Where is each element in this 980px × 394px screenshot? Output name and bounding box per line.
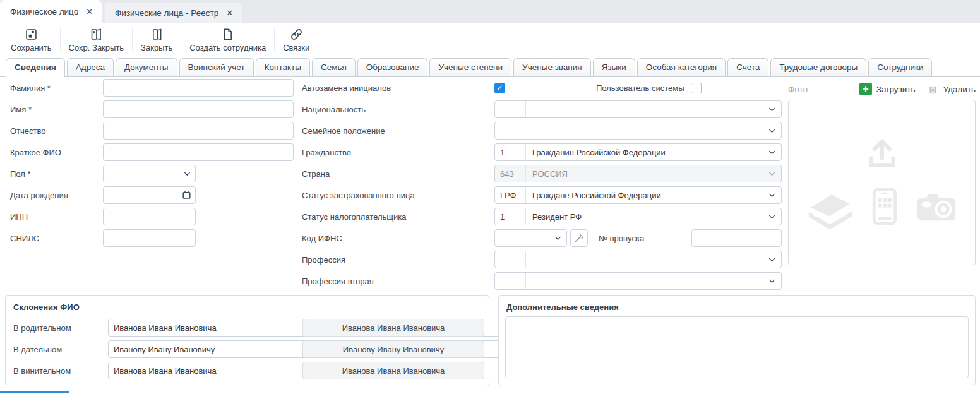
photo-delete-button[interactable]: Удалить — [928, 84, 976, 95]
citizenship-combo[interactable]: 1 Гражданин Российской Федерации — [494, 143, 782, 161]
chevron-down-icon[interactable] — [768, 127, 776, 135]
nationality-label: Национальность — [302, 105, 366, 114]
chevron-down-icon[interactable] — [768, 148, 776, 157]
pass-number-label: № пропуска — [599, 234, 644, 243]
nationality-combo[interactable] — [494, 100, 782, 118]
profession-combo[interactable] — [494, 251, 782, 268]
additional-info-title: Дополнительные сведения — [506, 302, 619, 312]
accusative-label: В винительном — [13, 366, 71, 376]
field-row-taxpayer-status: Статус налогоплательщика 1 Резидент РФ — [0, 208, 783, 225]
save-close-icon — [90, 28, 103, 41]
country-label: Страна — [302, 169, 330, 179]
citizenship-code[interactable]: 1 — [495, 144, 526, 160]
tab-svedeniya[interactable]: Сведения — [6, 58, 65, 77]
dative-suggestion-button[interactable]: Иванову Ивану Ивановичу — [302, 340, 484, 358]
insured-status-value: Граждане Российской Федерации — [526, 191, 781, 200]
window-tab-person[interactable]: Физическое лицо ✕ — [0, 0, 102, 23]
photo-dropzone[interactable] — [788, 100, 976, 265]
tab-sotrudniki[interactable]: Сотрудники — [868, 58, 932, 76]
field-row-nationality: Национальность — [0, 100, 783, 118]
system-user-checkbox[interactable] — [691, 83, 702, 93]
tab-adresa[interactable]: Адреса — [67, 58, 114, 76]
genitive-label: В родительном — [13, 323, 71, 333]
toolbar: Сохранить Сохр. Закрыть Закрыть — [0, 23, 980, 57]
insured-status-label: Статус застрахованного лица — [302, 191, 415, 200]
chevron-down-icon[interactable] — [768, 277, 776, 285]
ifns-autofill-button[interactable] — [570, 229, 588, 247]
upload-tray-icon — [864, 137, 900, 172]
tab-uchenye-zvaniya[interactable]: Ученые звания — [513, 58, 591, 76]
close-icon[interactable]: ✕ — [226, 9, 233, 17]
field-row-profession2: Профессия вторая — [0, 272, 783, 290]
marital-combo[interactable] — [494, 122, 782, 140]
auto-initials-label: Автозамена инициалов — [302, 83, 391, 93]
create-employee-button[interactable]: Создать сотрудника — [181, 24, 274, 56]
close-button[interactable]: Закрыть — [133, 24, 181, 56]
country-value: РОССИЯ — [526, 169, 781, 179]
chevron-down-icon[interactable] — [768, 191, 776, 200]
close-icon[interactable]: ✕ — [86, 8, 93, 16]
citizenship-value: Гражданин Российской Федерации — [526, 148, 781, 157]
nationality-code[interactable] — [495, 101, 526, 117]
tab-dokumenty[interactable]: Документы — [116, 58, 177, 76]
additional-info-textarea[interactable] — [505, 316, 969, 378]
tab-osobaya-kategoriya[interactable]: Особая категория — [637, 58, 726, 76]
field-row-marital: Семейное положение — [0, 122, 783, 140]
save-icon — [25, 28, 38, 41]
accusative-suggestion-button[interactable]: Иванова Ивана Ивановича — [302, 362, 484, 379]
save-button[interactable]: Сохранить — [3, 24, 60, 56]
profession2-combo[interactable] — [494, 272, 782, 290]
auto-initials-checkbox[interactable] — [494, 83, 505, 93]
new-document-icon — [221, 28, 234, 41]
window-tab-registry[interactable]: Физические лица - Реестр ✕ — [105, 3, 242, 23]
links-button-label: Связки — [283, 43, 309, 52]
save-close-button[interactable]: Сохр. Закрыть — [61, 24, 133, 56]
taxpayer-status-combo[interactable]: 1 Резидент РФ — [494, 208, 782, 225]
camera-icon — [908, 183, 965, 230]
page-tab-bar: Сведения Адреса Документы Воинский учет … — [0, 57, 980, 77]
checkbox-row: Автозамена инициалов Пользователь систем… — [0, 79, 783, 97]
profession-code[interactable] — [495, 251, 526, 268]
tab-yazyki[interactable]: Языки — [593, 58, 635, 76]
bottom-scroll-indicator[interactable] — [0, 391, 69, 393]
pass-number-input[interactable] — [691, 229, 782, 247]
save-close-button-label: Сохр. Закрыть — [69, 43, 124, 52]
profession2-label: Профессия вторая — [302, 277, 374, 286]
declensions-panel: Склонения ФИО В родительном Иванова Иван… — [5, 296, 489, 385]
close-door-icon — [150, 28, 164, 41]
ifns-select[interactable] — [494, 229, 567, 247]
field-row-country: Страна 643 РОССИЯ — [0, 165, 783, 182]
photo-upload-button[interactable]: + Загрузить — [859, 83, 916, 95]
insured-status-combo[interactable]: ГРФ Граждане Российской Федерации — [494, 186, 782, 204]
tab-voinskiy-uchet[interactable]: Воинский учет — [179, 58, 254, 76]
save-button-label: Сохранить — [11, 43, 52, 52]
declension-row-genitive: В родительном Иванова Ивана Ивановича — [6, 319, 489, 337]
declensions-title: Склонения ФИО — [13, 302, 80, 312]
ifns-label: Код ИФНС — [302, 234, 342, 243]
chevron-down-icon[interactable] — [768, 213, 776, 221]
window-tab-label: Физическое лицо — [10, 7, 78, 16]
profession-label: Профессия — [302, 255, 345, 265]
genitive-suggestion-button[interactable]: Иванова Ивана Ивановича — [302, 319, 484, 337]
scanner-icon — [799, 181, 861, 232]
insured-status-code[interactable]: ГРФ — [495, 187, 526, 203]
tab-obrazovanie[interactable]: Образование — [357, 58, 428, 76]
window-tab-bar: Физическое лицо ✕ Физические лица - Реес… — [0, 0, 980, 23]
tab-uchenye-stepeni[interactable]: Ученые степени — [429, 58, 511, 76]
tab-scheta[interactable]: Счета — [727, 58, 768, 76]
taxpayer-status-label: Статус налогоплательщика — [302, 212, 406, 222]
chevron-down-icon[interactable] — [768, 256, 776, 264]
chevron-down-icon[interactable] — [768, 105, 776, 114]
links-button[interactable]: Связки — [275, 24, 318, 56]
chevron-down-icon[interactable] — [554, 234, 562, 242]
tab-semya[interactable]: Семья — [312, 58, 356, 76]
field-row-profession: Профессия — [0, 251, 783, 268]
tab-trudovye-dogovory[interactable]: Трудовые договоры — [770, 58, 866, 76]
declension-row-dative: В дательном Иванову Ивану Ивановичу — [6, 340, 489, 358]
taxpayer-status-code[interactable]: 1 — [495, 208, 526, 225]
marital-label: Семейное положение — [302, 126, 385, 136]
profession2-code[interactable] — [495, 273, 526, 289]
country-code: 643 — [495, 165, 526, 182]
chevron-down-icon — [768, 170, 776, 178]
tab-kontakty[interactable]: Контакты — [256, 58, 310, 76]
